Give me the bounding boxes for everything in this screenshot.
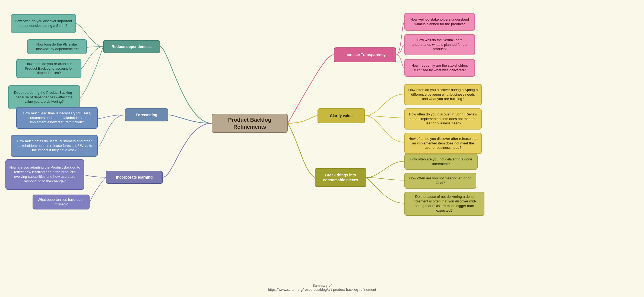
leaf-incorporate-1: How are you adapting the Product Backlog… xyxy=(5,159,84,190)
center-node: Product Backlog Refinements xyxy=(212,114,288,133)
leaf-clarify-1: How often do you discover during a Sprin… xyxy=(404,84,482,105)
leaf-break-1: How often are you not delivering a done … xyxy=(404,154,478,170)
branch-transparency-label: Increase Transparency xyxy=(344,52,386,57)
leaf-transparency-3: How frequently are the stakeholders surp… xyxy=(404,59,475,77)
branch-incorporate: Incorporate learning xyxy=(106,171,163,184)
branch-clarify-label: Clarify value xyxy=(330,113,353,118)
footer-line1: Summary of xyxy=(268,283,376,288)
branch-forecasting: Forecasting xyxy=(125,108,168,121)
footer: Summary of https://www.scrum.org/resourc… xyxy=(268,283,376,292)
leaf-reduce-2: How long do the PBIs stay "blocked" by d… xyxy=(27,39,87,54)
branch-incorporate-label: Incorporate learning xyxy=(116,175,153,180)
leaf-transparency-2: How well do the Scrum Team understands w… xyxy=(404,34,475,55)
branch-break-label: Break things into consumable pieces xyxy=(319,173,363,182)
leaf-forecast-1: How much lead time is necessary for user… xyxy=(16,107,98,129)
leaf-clarify-3: How often do you discover after release … xyxy=(404,133,482,154)
leaf-reduce-1: How often do you discover important depe… xyxy=(11,14,76,33)
leaf-clarify-2: How often do you discover in Sprint Revi… xyxy=(404,108,482,130)
branch-reduce-label: Reduce dependencies xyxy=(112,44,152,49)
branch-transparency: Increase Transparency xyxy=(334,47,396,62)
leaf-incorporate-2: What opportunities have been missed? xyxy=(33,195,90,209)
branch-break: Break things into consumable pieces xyxy=(315,168,366,187)
leaf-break-3: Do the cause of not delivering a done in… xyxy=(404,192,484,216)
branch-forecasting-label: Forecasting xyxy=(136,112,157,117)
leaf-forecast-2: How much detail do users, customers and … xyxy=(11,135,98,157)
branch-clarify: Clarify value xyxy=(318,108,365,123)
center-label: Product Backlog Refinements xyxy=(215,116,284,130)
leaf-reduce-4: Does reordering the Product Backlog - be… xyxy=(8,85,80,109)
mind-map: Product Backlog Refinements Reduce depen… xyxy=(0,0,644,297)
leaf-transparency-1: How well do stakeholders understand what… xyxy=(404,13,475,31)
leaf-break-2: How often are you not meeting a Spring G… xyxy=(404,173,476,189)
footer-line2: https://www.scrum.org/resources/blog/art… xyxy=(268,288,376,292)
branch-reduce: Reduce dependencies xyxy=(103,40,160,53)
leaf-reduce-3: How often do you re-order the Product Ba… xyxy=(16,59,81,78)
